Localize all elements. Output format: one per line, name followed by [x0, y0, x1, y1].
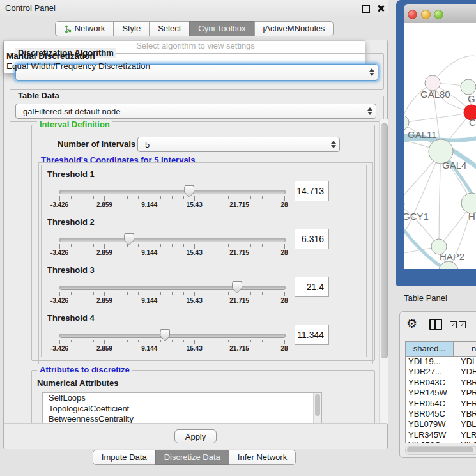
network-node-gal11[interactable]: [404, 115, 409, 130]
tick-mark: [104, 292, 105, 296]
slider-track[interactable]: [59, 238, 286, 242]
table-row[interactable]: YBL079WYBL0: [406, 419, 476, 429]
table-scrollbar-thumb[interactable]: [407, 447, 473, 452]
float-window-icon[interactable]: [362, 5, 370, 13]
table-row[interactable]: YPR145WYPR1: [406, 388, 476, 398]
tick-mark: [217, 292, 217, 295]
cell-name: YIL0: [456, 440, 476, 443]
tick-label: 21.715: [229, 297, 249, 304]
tick-label: 28: [280, 297, 288, 304]
tick-mark: [183, 292, 184, 295]
apply-button[interactable]: Apply: [174, 429, 217, 443]
list-scrollbar[interactable]: [313, 393, 321, 424]
tab-discretize-data[interactable]: Discretize Data: [155, 450, 229, 465]
tick-mark: [138, 340, 139, 342]
tab-label: Select: [158, 22, 181, 36]
settings-scrollbar[interactable]: [379, 119, 388, 424]
close-icon[interactable]: [377, 4, 385, 12]
network-node[interactable]: [439, 261, 458, 269]
zoom-traffic-light-icon[interactable]: [434, 10, 443, 19]
table-row[interactable]: YIL052CYIL0: [406, 440, 476, 443]
tab-infer-network[interactable]: Infer Network: [229, 450, 296, 465]
tick-mark: [127, 292, 128, 295]
network-canvas[interactable]: GAL80GCGAL11GAL4GCY1HHAP2: [404, 23, 476, 269]
table-row[interactable]: YDL19...YDL1: [406, 357, 476, 367]
tick-mark: [206, 292, 206, 295]
tick-mark: [93, 292, 94, 295]
close-traffic-light-icon[interactable]: [408, 10, 417, 19]
table-row[interactable]: YLR345WYLR3: [406, 430, 476, 440]
tick-label: 9.144: [141, 249, 157, 256]
slider-ticks: [59, 340, 284, 345]
table-row[interactable]: YBR045CYBR0: [406, 409, 476, 419]
number-of-intervals-label: Number of Intervals: [58, 137, 135, 151]
threshold-value-input[interactable]: [295, 181, 329, 201]
dropdown-option-equal-width-frequency-discretization[interactable]: Equal Width/Frequency Discretization: [6, 61, 150, 72]
network-window-titlebar[interactable]: [404, 4, 476, 24]
threshold-panel-threshold-2: Threshold 2-3.4262.8599.14415.4321.71528: [41, 213, 367, 261]
slider-track[interactable]: [59, 334, 286, 338]
tick-mark: [160, 196, 161, 199]
tick-mark: [217, 244, 217, 247]
cell-shared-name: YLR345W: [406, 430, 456, 440]
slider-track[interactable]: [59, 190, 286, 194]
network-view-window: GAL80GCGAL11GAL4GCY1HHAP2: [396, 0, 476, 286]
column-header-shared-name[interactable]: shared...: [406, 342, 454, 356]
threshold-panel-threshold-4: Threshold 4-3.4262.8599.14415.4321.71528: [41, 309, 367, 357]
threshold-value-input[interactable]: [295, 277, 329, 297]
thresholds-container: Threshold 1-3.4262.8599.14415.4321.71528…: [38, 162, 373, 364]
tab-cyni-toolbox[interactable]: Cyni Toolbox: [189, 21, 254, 36]
control-panel-title: Control Panel: [5, 0, 56, 17]
threshold-value-input[interactable]: [295, 229, 329, 249]
threshold-label: Threshold 4: [47, 313, 95, 323]
cell-name: YBR0: [456, 378, 476, 388]
slider-ticks: [59, 196, 284, 201]
table-data-combobox[interactable]: galFiltered.sif default node: [15, 104, 376, 119]
tick-mark: [217, 340, 217, 342]
gear-icon[interactable]: ⚙: [406, 316, 417, 332]
tick-mark: [273, 292, 273, 295]
tick-mark: [206, 244, 206, 247]
tick-mark: [194, 244, 195, 249]
threshold-value-input[interactable]: [295, 325, 329, 345]
table-row[interactable]: YER054CYER0: [406, 399, 476, 409]
tab-style[interactable]: Style: [113, 21, 150, 36]
number-of-intervals-combobox[interactable]: 5: [137, 137, 340, 152]
tick-mark: [150, 340, 150, 344]
list-scrollbar-thumb[interactable]: [315, 394, 320, 416]
cyni-bottom-tabstrip: Impute DataDiscretize DataInfer Network: [0, 450, 388, 465]
list-item-topologicalcoefficient[interactable]: TopologicalCoefficient: [43, 404, 321, 415]
tick-mark: [206, 340, 206, 342]
cell-name: YLR3: [456, 430, 476, 440]
tick-mark: [138, 244, 139, 247]
slider-tick-labels: -3.4262.8599.14415.4321.71528: [59, 201, 284, 209]
checkbox-icon[interactable]: ✓: [450, 321, 457, 328]
split-columns-icon[interactable]: [429, 319, 442, 330]
tab-impute-data[interactable]: Impute Data: [93, 450, 156, 465]
attributes-group-label: Attributes to discretize: [37, 365, 132, 374]
table-horizontal-scrollbar[interactable]: [405, 446, 476, 455]
tab-jactivemnodules[interactable]: jActiveMNodules: [254, 21, 334, 36]
tick-label: -3.426: [50, 201, 68, 208]
settings-scrollbar-thumb[interactable]: [381, 123, 388, 358]
checkbox-icon[interactable]: ✓: [459, 321, 466, 328]
list-item-betweennesscentrality[interactable]: BetweennessCentrality: [43, 414, 321, 424]
tick-mark: [138, 196, 139, 199]
tick-mark: [71, 292, 72, 295]
slider-track[interactable]: [59, 286, 286, 290]
numerical-attributes-list[interactable]: SelfLoopsTopologicalCoefficientBetweenne…: [42, 392, 322, 424]
node-table[interactable]: shared... na YDL19...YDL1YDR27...YDR2YBR…: [405, 341, 476, 443]
control-panel-tabstrip: NetworkStyleSelectCyni ToolboxjActiveMNo…: [0, 21, 388, 36]
slider-tick-labels: -3.4262.8599.14415.4321.71528: [59, 297, 284, 305]
tab-select[interactable]: Select: [149, 21, 190, 36]
tick-label: 15.43: [187, 297, 203, 304]
dropdown-option-manual-discretization[interactable]: Manual Discretization: [6, 51, 95, 61]
network-node-g[interactable]: [461, 79, 476, 95]
table-row[interactable]: YDR27...YDR2: [406, 367, 476, 377]
tab-network[interactable]: Network: [55, 21, 114, 36]
minimize-traffic-light-icon[interactable]: [421, 10, 431, 19]
table-row[interactable]: YBR043CYBR0: [406, 378, 476, 388]
column-header-name[interactable]: na: [454, 342, 476, 356]
tick-mark: [71, 244, 72, 247]
list-item-selfloops[interactable]: SelfLoops: [43, 393, 321, 404]
